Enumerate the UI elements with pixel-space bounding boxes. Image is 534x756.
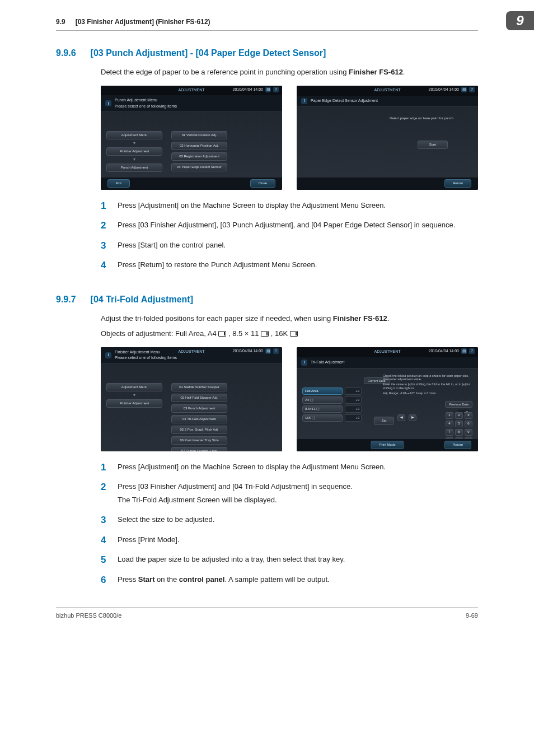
key-7[interactable]: 7: [446, 429, 453, 436]
key-8[interactable]: 8: [455, 429, 463, 436]
exit-button[interactable]: Exit: [107, 179, 130, 188]
info-icon: i: [105, 100, 111, 106]
panel-title: Finisher Adjustment Menu: [115, 350, 160, 354]
key-5[interactable]: 5: [455, 421, 463, 427]
panel-message: Detect paper edge on base point for punc…: [390, 116, 470, 121]
panel-title: Punch Adjustment Menu: [115, 98, 157, 102]
key-2[interactable]: 2: [455, 412, 463, 419]
chapter-tab: 9: [506, 11, 534, 30]
start-button[interactable]: Start: [418, 141, 448, 149]
info-icon: i: [301, 360, 307, 366]
panel-datetime: 2010/04/04 14:00: [429, 87, 460, 93]
key-6[interactable]: 6: [465, 421, 472, 427]
return-button[interactable]: Return: [444, 179, 471, 188]
memory-icon: ▤: [461, 87, 467, 92]
section-num: 9.9.6: [56, 46, 76, 60]
menu-item[interactable]: 06 Post Inserter Tray Size: [171, 436, 227, 445]
chevron-down-icon: ▾: [106, 142, 162, 145]
orientation-icon: [218, 331, 226, 337]
screenshot-trifold-adjust: ADJUSTMENT 2010/04/04 14:00 ▤ ? i Tri-Fo…: [297, 347, 478, 451]
memory-icon: ▤: [265, 348, 271, 354]
panel-subtitle: Please select one of following items: [115, 356, 177, 360]
orientation-icon: [290, 331, 298, 337]
screenshot-punch-menu: ADJUSTMENT 2010/04/04 14:00 ▤ ? i Punch …: [101, 86, 282, 190]
menu-item[interactable]: 02 Half-Fold Stopper Adj.: [171, 394, 227, 402]
screenshot-edge-sensor: ADJUSTMENT 2010/04/04 14:00 ▤ ? i Paper …: [297, 86, 478, 190]
screenshot-finisher-menu: ADJUSTMENT 2010/04/04 14:00 ▤ ? i Finish…: [101, 347, 282, 451]
panel-datetime: 2010/04/04 14:00: [233, 87, 264, 93]
step-item: Load the paper size to be adjusted into …: [101, 554, 478, 565]
footer-page: 9-69: [466, 611, 478, 620]
size-option[interactable]: A4 ▢: [302, 396, 343, 404]
help-icon[interactable]: ?: [469, 87, 475, 92]
size-option[interactable]: Full Area: [302, 388, 343, 395]
print-mode-button[interactable]: Print Mode: [371, 441, 404, 449]
close-button[interactable]: Close: [250, 179, 275, 188]
breadcrumb-item[interactable]: Adjustment Menu: [106, 131, 162, 139]
help-icon[interactable]: ?: [273, 348, 279, 354]
step-item: Press [Adjustment] on the Machine Screen…: [101, 200, 478, 211]
key-1[interactable]: 1: [446, 412, 453, 419]
memory-icon: ▤: [265, 87, 271, 92]
breadcrumb-item[interactable]: Punch Adjustment: [106, 164, 162, 172]
size-option[interactable]: 8.5×11 ▢: [302, 405, 343, 413]
running-head-num: 9.9: [56, 17, 65, 27]
menu-item[interactable]: 03 Registration Adjustment: [171, 152, 227, 161]
chevron-down-icon: ▾: [106, 394, 162, 397]
info-icon: i: [105, 352, 111, 358]
range-text: Adj. Range: -128~+127 1step = 0.1mm: [383, 391, 472, 395]
menu-item[interactable]: 01 Vertical Position Adj.: [171, 131, 227, 139]
step-item: Press [03 Finisher Adjustment] and [04 T…: [101, 481, 478, 505]
panel-title: Paper Edge Detect Sensor Adjustment: [311, 98, 378, 104]
step-item: Press Start on the control panel. A samp…: [101, 574, 478, 585]
intro-text: Detect the edge of paper to be a referen…: [101, 67, 478, 78]
chevron-down-icon: ▾: [106, 158, 162, 161]
help-icon[interactable]: ?: [469, 348, 475, 354]
panel-message: Enter the value to [-] for shifting the …: [383, 382, 472, 390]
memory-icon: ▤: [461, 348, 467, 354]
objects-text: Objects of adjustment: Full Area, A4 , 8…: [101, 328, 478, 339]
return-button[interactable]: Return: [444, 441, 471, 449]
increment-button[interactable]: ▶: [409, 414, 416, 421]
set-button[interactable]: Set: [374, 417, 394, 425]
section-title: [04 Tri-Fold Adjustment]: [91, 293, 193, 306]
menu-item[interactable]: 07 Output Quantity Limit: [171, 447, 227, 451]
running-head-title: [03 Finisher Adjustment] (Finisher FS-61…: [76, 17, 210, 27]
key-9[interactable]: 9: [465, 429, 472, 436]
key-4[interactable]: 4: [446, 421, 453, 427]
menu-item[interactable]: 03 Punch Adjustment: [171, 404, 227, 413]
menu-item[interactable]: 04 Tri-Fold Adjustment: [171, 415, 227, 423]
menu-item[interactable]: 02 Horizontal Position Adj.: [171, 142, 227, 150]
size-option[interactable]: 16K ▢: [302, 414, 343, 422]
panel-datetime: 2010/04/04 14:00: [429, 348, 460, 354]
section-997: 9.9.7 [04 Tri-Fold Adjustment] Adjust th…: [56, 293, 478, 585]
key-3[interactable]: 3: [465, 412, 472, 419]
previous-data-button[interactable]: Previous Data: [445, 401, 472, 408]
help-icon[interactable]: ?: [273, 87, 279, 92]
step-item: Press [03 Finisher Adjustment], [03 Punc…: [101, 220, 478, 231]
steps-list: Press [Adjustment] on the Machine Screen…: [101, 461, 478, 585]
page-footer: bizhub PRESS C8000/e 9-69: [56, 607, 478, 620]
breadcrumb-item[interactable]: Finisher Adjustment: [106, 147, 162, 156]
section-title: [03 Punch Adjustment] - [04 Paper Edge D…: [91, 46, 326, 60]
panel-label: ADJUSTMENT: [374, 87, 400, 94]
orientation-icon: [261, 331, 269, 337]
decrement-button[interactable]: ◀: [397, 414, 405, 421]
size-value: +0: [345, 405, 362, 413]
step-item: Select the size to be adjusted.: [101, 514, 478, 525]
breadcrumb-item[interactable]: Adjustment Menu: [106, 383, 162, 391]
size-value: +0: [345, 414, 362, 422]
menu-item[interactable]: 01 Saddle Stitcher Stopper: [171, 383, 227, 391]
info-icon: i: [301, 98, 307, 104]
step-item: Press [Adjustment] on the Machine Screen…: [101, 461, 478, 473]
panel-title: Tri-Fold Adjustment: [311, 360, 344, 366]
step-item: Press [Print Mode].: [101, 534, 478, 545]
menu-item[interactable]: 05 2 Pos. Stapl. Pitch Adj.: [171, 426, 227, 434]
panel-label: ADJUSTMENT: [178, 87, 204, 94]
intro-text: Adjust the tri-folded positions for each…: [101, 313, 478, 324]
panel-label: ADJUSTMENT: [178, 349, 204, 355]
section-996: 9.9.6 [03 Punch Adjustment] - [04 Paper …: [56, 46, 478, 270]
menu-item[interactable]: 04 Paper Edge Detect Sensor: [171, 163, 227, 171]
step-item: Press [Start] on the control panel.: [101, 240, 478, 251]
breadcrumb-item[interactable]: Finisher Adjustment: [106, 399, 162, 408]
